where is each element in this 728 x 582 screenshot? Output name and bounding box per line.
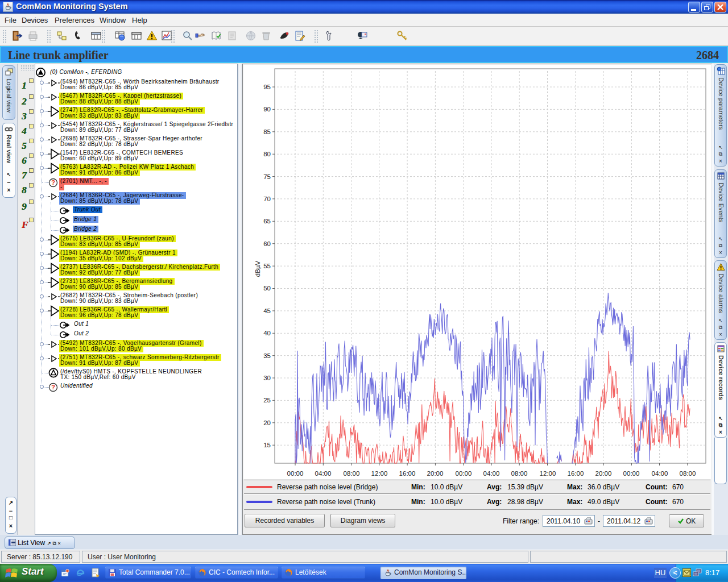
svg-text:16:00: 16:00: [399, 470, 416, 477]
svg-text:20:00: 20:00: [595, 470, 612, 477]
svg-text:?: ?: [51, 384, 55, 390]
svg-text:00:00: 00:00: [623, 470, 640, 477]
svg-text:90: 90: [263, 106, 271, 113]
svg-text:40: 40: [263, 330, 271, 336]
svg-text:75: 75: [263, 173, 271, 180]
svg-text:00:00: 00:00: [287, 470, 304, 477]
svg-text:00:00: 00:00: [456, 470, 472, 477]
svg-text:30: 30: [263, 375, 271, 381]
svg-text:65: 65: [263, 218, 271, 225]
svg-text:04:00: 04:00: [315, 470, 332, 477]
svg-text:?: ?: [51, 179, 55, 186]
svg-text:35: 35: [263, 352, 271, 359]
svg-text:50: 50: [263, 285, 271, 292]
svg-text:85: 85: [263, 128, 271, 135]
svg-text:95: 95: [263, 84, 271, 90]
svg-text:80: 80: [263, 151, 271, 157]
svg-text:16:00: 16:00: [568, 470, 584, 477]
svg-text:20:00: 20:00: [427, 470, 444, 477]
svg-text:55: 55: [263, 263, 271, 269]
svg-text:12:00: 12:00: [540, 470, 556, 477]
svg-text:dBµV: dBµV: [254, 260, 261, 277]
svg-text:08:00: 08:00: [344, 470, 360, 477]
svg-text:08:00: 08:00: [511, 470, 528, 477]
svg-text:45: 45: [263, 307, 271, 314]
svg-text:15: 15: [263, 442, 271, 448]
svg-text:12:00: 12:00: [371, 470, 388, 477]
svg-text:60: 60: [263, 240, 271, 247]
svg-text:70: 70: [263, 196, 271, 202]
svg-text:04:00: 04:00: [652, 470, 668, 477]
svg-text:08:00: 08:00: [680, 470, 696, 477]
svg-text:25: 25: [263, 397, 271, 404]
svg-text:20: 20: [263, 419, 271, 426]
svg-text:04:00: 04:00: [483, 470, 500, 477]
